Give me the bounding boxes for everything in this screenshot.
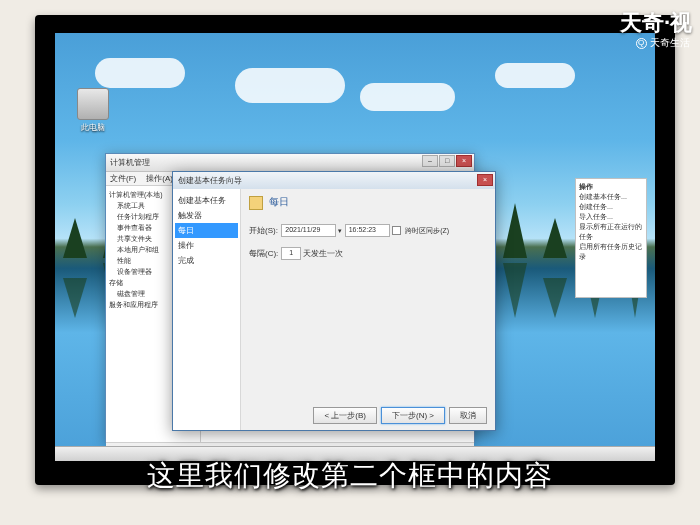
utc-label: 跨时区同步(Z) — [405, 227, 449, 234]
wizard-content: 每日 开始(S): 2021/11/29 ▾ 16:52:23 跨时区同步(Z)… — [241, 189, 495, 430]
next-button[interactable]: 下一步(N) > — [381, 407, 445, 424]
menu-action[interactable]: 操作(A) — [146, 172, 173, 185]
panel-item[interactable]: 显示所有正在运行的任务 — [579, 222, 643, 242]
recur-label: 每隔(C): — [249, 248, 279, 259]
desktop-icon-label: 此电脑 — [73, 122, 113, 133]
panel-item[interactable]: 启用所有任务历史记录 — [579, 242, 643, 262]
start-label: 开始(S): — [249, 225, 279, 236]
calendar-icon — [249, 196, 263, 210]
dialog-close-button[interactable]: × — [477, 174, 493, 186]
desktop-screen: 此电脑 计算机管理 – □ × 文件(F) 操作(A) 查看(V) 帮助(H) … — [55, 33, 655, 461]
watermark-sub: 天奇生活 — [636, 36, 690, 50]
wizard-steps: 创建基本任务 触发器 每日 操作 完成 — [173, 189, 241, 430]
create-task-wizard-dialog: 创建基本任务向导 × 创建基本任务 触发器 每日 操作 完成 每日 — [172, 171, 496, 431]
wizard-heading: 每日 — [269, 196, 289, 207]
recur-value-input[interactable]: 1 — [281, 247, 301, 260]
step-create[interactable]: 创建基本任务 — [175, 193, 238, 208]
dialog-titlebar[interactable]: 创建基本任务向导 × — [173, 172, 495, 189]
panel-item[interactable]: 创建基本任务... — [579, 192, 643, 202]
menu-file[interactable]: 文件(F) — [110, 172, 136, 185]
computer-icon — [77, 88, 109, 120]
back-button[interactable]: < 上一步(B) — [313, 407, 377, 424]
minimize-button[interactable]: – — [422, 155, 438, 167]
window-titlebar[interactable]: 计算机管理 – □ × — [106, 154, 474, 172]
maximize-button[interactable]: □ — [439, 155, 455, 167]
step-daily[interactable]: 每日 — [175, 223, 238, 238]
step-trigger[interactable]: 触发器 — [175, 208, 238, 223]
video-subtitle: 这里我们修改第二个框中的内容 — [0, 457, 700, 495]
desktop-icon-computer[interactable]: 此电脑 — [73, 88, 113, 133]
panel-item: 操作 — [579, 182, 643, 192]
logo-icon — [636, 38, 647, 49]
step-finish[interactable]: 完成 — [175, 253, 238, 268]
start-date-input[interactable]: 2021/11/29 — [281, 224, 336, 237]
step-action[interactable]: 操作 — [175, 238, 238, 253]
cancel-button[interactable]: 取消 — [449, 407, 487, 424]
panel-item[interactable]: 导入任务... — [579, 212, 643, 222]
start-time-input[interactable]: 16:52:23 — [345, 224, 390, 237]
utc-checkbox[interactable] — [392, 226, 401, 235]
actions-panel: 操作 创建基本任务... 创建任务... 导入任务... 显示所有正在运行的任务… — [575, 178, 647, 298]
recur-unit: 天发生一次 — [303, 249, 343, 258]
dialog-title: 创建基本任务向导 — [178, 176, 242, 185]
panel-item[interactable]: 创建任务... — [579, 202, 643, 212]
monitor-frame: 此电脑 计算机管理 – □ × 文件(F) 操作(A) 查看(V) 帮助(H) … — [35, 15, 675, 485]
window-title: 计算机管理 — [110, 158, 150, 167]
close-button[interactable]: × — [456, 155, 472, 167]
watermark-main: 天奇·视 — [620, 8, 692, 38]
